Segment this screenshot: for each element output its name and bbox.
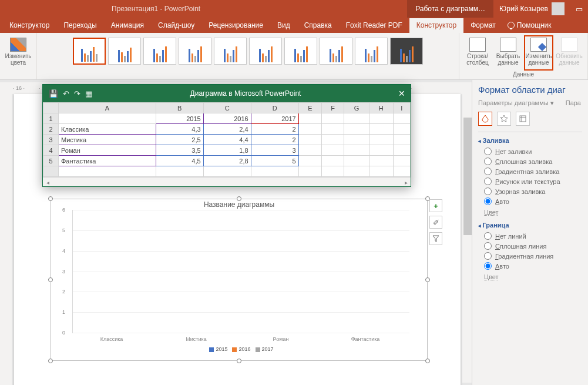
effects-tab-icon[interactable]	[497, 112, 511, 126]
tab-slideshow[interactable]: Слайд-шоу	[151, 18, 201, 33]
cell[interactable]: 1,8	[203, 145, 251, 156]
cell[interactable]: 2	[251, 135, 298, 145]
fill-line-tab-icon[interactable]	[478, 112, 492, 126]
cell[interactable]: 2017	[251, 113, 298, 124]
resize-handle[interactable]	[425, 277, 430, 282]
select-data-button[interactable]: Выбрать данные	[493, 35, 523, 71]
col-header[interactable]: A	[59, 103, 156, 113]
col-header[interactable]: H	[369, 103, 393, 113]
tab-design[interactable]: Конструктор	[2, 18, 56, 33]
style-thumb-9[interactable]	[355, 38, 388, 65]
cell[interactable]	[344, 124, 369, 135]
save-icon[interactable]: 💾	[49, 89, 58, 98]
cell[interactable]: 2	[251, 124, 298, 135]
chart-plot-area[interactable]: 0123456КлассикаМистикаРоманФантастика	[72, 210, 409, 333]
border-option[interactable]: Нет линий	[478, 231, 582, 241]
resize-handle[interactable]	[425, 359, 430, 363]
fill-option[interactable]: Нет заливки	[478, 146, 582, 156]
scroll-right-icon[interactable]: ▸	[401, 178, 411, 187]
style-thumb-10[interactable]	[390, 38, 423, 65]
cell[interactable]	[393, 124, 410, 135]
col-header[interactable]: C	[203, 103, 251, 113]
cell[interactable]: 3,5	[156, 145, 203, 156]
style-thumb-8[interactable]	[320, 38, 352, 65]
border-option[interactable]: Градиентная линия	[478, 251, 582, 261]
row-header[interactable]: 4	[43, 145, 59, 156]
user-account[interactable]: Юрий Козырев	[493, 2, 570, 15]
cell[interactable]: 3	[251, 145, 298, 156]
row-header[interactable]: 5	[43, 156, 59, 166]
col-header[interactable]: E	[298, 103, 322, 113]
cell[interactable]: Мистика	[59, 135, 156, 145]
undo-icon[interactable]: ↶	[63, 89, 69, 98]
cell[interactable]: 2,5	[156, 135, 203, 145]
cell[interactable]: 2016	[203, 113, 251, 124]
excel-grid[interactable]: ABCDEFGHI12015201620172Классика4,32,423М…	[43, 102, 411, 177]
cell[interactable]	[59, 113, 156, 124]
col-header[interactable]: I	[393, 103, 410, 113]
fill-option[interactable]: Градиентная заливка	[478, 166, 582, 176]
cell[interactable]	[393, 156, 410, 166]
resize-handle[interactable]	[48, 196, 53, 201]
style-thumb-6[interactable]	[249, 38, 282, 65]
fill-option[interactable]: Узорная заливка	[478, 186, 582, 196]
chart-elements-button[interactable]: +	[429, 199, 442, 212]
border-section[interactable]: Граница	[478, 222, 582, 229]
ribbon-options-icon[interactable]: ▭	[570, 5, 588, 14]
cell[interactable]	[369, 135, 393, 145]
resize-handle[interactable]	[48, 277, 53, 282]
chart-styles-button[interactable]: ✐	[429, 216, 442, 229]
tell-me[interactable]: Помощник	[508, 21, 552, 33]
excel-close-button[interactable]: ✕	[393, 89, 411, 98]
cell[interactable]	[393, 135, 410, 145]
cell[interactable]	[298, 145, 322, 156]
chart-legend[interactable]: 201520162017	[51, 346, 427, 352]
cell[interactable]	[393, 145, 410, 156]
cell[interactable]	[369, 113, 393, 124]
fill-option[interactable]: Сплошная заливка	[478, 156, 582, 166]
border-option[interactable]: Сплошная линия	[478, 241, 582, 251]
redo-icon[interactable]: ↷	[74, 89, 80, 98]
tab-transitions[interactable]: Переходы	[56, 18, 103, 33]
style-thumb-2[interactable]	[108, 38, 141, 65]
cell[interactable]: 2,4	[203, 124, 251, 135]
tab-foxit[interactable]: Foxit Reader PDF	[339, 18, 409, 33]
cell[interactable]: Классика	[59, 124, 156, 135]
format-pane-selector[interactable]: Параметры диаграммы ▾ Пара	[478, 99, 582, 107]
fill-option[interactable]: Авто	[478, 196, 582, 206]
style-thumb-4[interactable]	[179, 38, 211, 65]
excel-h-scrollbar[interactable]: ◂ ▸	[43, 177, 411, 186]
row-header[interactable]: 1	[43, 113, 59, 124]
border-option[interactable]: Авто	[478, 261, 582, 271]
cell[interactable]	[369, 124, 393, 135]
style-thumb-5[interactable]	[214, 38, 247, 65]
cell[interactable]	[322, 124, 344, 135]
resize-handle[interactable]	[237, 359, 241, 363]
cell[interactable]	[298, 124, 322, 135]
cell[interactable]	[322, 135, 344, 145]
cell[interactable]	[322, 156, 344, 166]
col-header[interactable]: F	[322, 103, 344, 113]
cell[interactable]	[369, 156, 393, 166]
tab-animation[interactable]: Анимация	[104, 18, 151, 33]
cell[interactable]	[369, 145, 393, 156]
cell[interactable]: 4,4	[203, 135, 251, 145]
switch-row-col-button[interactable]: Строка/ столбец	[463, 35, 492, 71]
size-tab-icon[interactable]	[516, 112, 530, 126]
cell[interactable]: Роман	[59, 145, 156, 156]
row-header[interactable]: 3	[43, 135, 59, 145]
cell[interactable]: 4,5	[156, 156, 203, 166]
fill-section[interactable]: Заливка	[478, 137, 582, 144]
cell[interactable]	[298, 135, 322, 145]
style-thumb-7[interactable]	[284, 38, 317, 65]
cell[interactable]	[322, 113, 344, 124]
tab-review[interactable]: Рецензирование	[201, 18, 270, 33]
tab-help[interactable]: Справка	[297, 18, 339, 33]
cell[interactable]	[393, 113, 410, 124]
cell[interactable]: 2,8	[203, 156, 251, 166]
grid-icon[interactable]: ▦	[85, 89, 92, 98]
col-header[interactable]: B	[156, 103, 203, 113]
chart-filters-button[interactable]	[429, 232, 442, 245]
cell[interactable]: 4,3	[156, 124, 203, 135]
cell[interactable]: 2015	[156, 113, 203, 124]
